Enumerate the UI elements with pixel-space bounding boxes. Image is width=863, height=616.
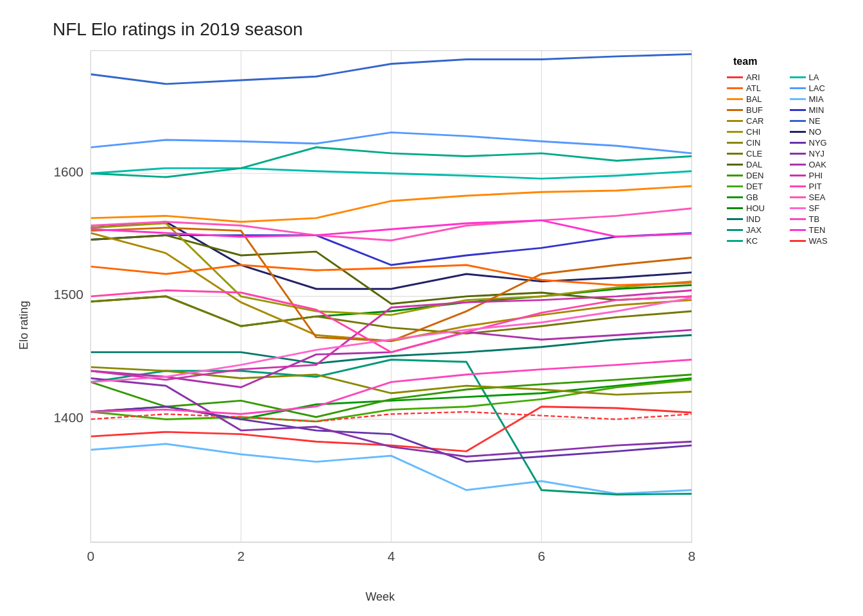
svg-text:0: 0	[87, 549, 95, 563]
legend-label-nyg: NYG	[809, 138, 827, 148]
legend-label-cin: CIN	[746, 138, 760, 148]
legend-col-left: ARI ATL BAL BUF	[727, 73, 787, 247]
legend-label-no: NO	[809, 127, 822, 137]
legend-item-mia: MIA	[790, 94, 850, 104]
legend-label-mia: MIA	[809, 94, 824, 104]
plot-area: 1600 1500 1400 0 2 4 6 8	[46, 43, 714, 565]
legend-line-kc	[727, 240, 743, 242]
legend-label-nyj: NYJ	[809, 149, 825, 158]
legend-item-ne: NE	[790, 116, 850, 126]
x-axis-label: Week	[46, 590, 714, 607]
legend-label-gb: GB	[746, 193, 758, 202]
legend-item-sea: SEA	[790, 193, 850, 202]
chart-title: NFL Elo ratings in 2019 season	[53, 19, 849, 40]
legend-label-car: CAR	[746, 116, 763, 126]
legend-line-jax	[727, 229, 743, 231]
legend-line-den	[727, 175, 743, 176]
legend-item-bal: BAL	[727, 94, 787, 104]
legend-line-lac	[790, 87, 806, 89]
legend-label-jax: JAX	[746, 225, 762, 235]
legend-line-gb	[727, 196, 743, 198]
legend-item-no: NO	[790, 127, 850, 137]
legend-item-buf: BUF	[727, 105, 787, 115]
legend-item-dal: DAL	[727, 160, 787, 169]
legend-item-atl: ATL	[727, 83, 787, 93]
legend-label-la: LA	[809, 73, 819, 82]
legend-item-chi: CHI	[727, 127, 787, 137]
legend-label-sf: SF	[809, 203, 820, 213]
legend-line-atl	[727, 87, 743, 89]
legend-label-tb: TB	[809, 214, 820, 224]
legend-label-pit: PIT	[809, 182, 822, 191]
legend-label-det: DET	[746, 182, 763, 191]
legend-line-dal	[727, 164, 743, 166]
legend-item-oak: OAK	[790, 160, 850, 169]
legend-line-chi	[727, 131, 743, 133]
legend-label-bal: BAL	[746, 94, 762, 104]
legend-item-nyg: NYG	[790, 138, 850, 148]
legend-label-ne: NE	[809, 116, 821, 126]
legend-line-pit	[790, 185, 806, 187]
legend-item-nyj: NYJ	[790, 149, 850, 158]
svg-text:1500: 1500	[54, 287, 83, 302]
legend-item-sf: SF	[790, 203, 850, 213]
legend-line-cin	[727, 142, 743, 144]
legend-label-cle: CLE	[746, 149, 762, 158]
svg-text:4: 4	[388, 549, 396, 563]
legend-item-jax: JAX	[727, 225, 787, 235]
legend-line-phi	[790, 175, 806, 176]
legend-item-phi: PHI	[790, 171, 850, 180]
legend-area: team ARI ATL BAL	[720, 43, 849, 607]
legend-label-lac: LAC	[809, 83, 825, 93]
legend-item-car: CAR	[727, 116, 787, 126]
legend-item-den: DEN	[727, 171, 787, 180]
legend-line-buf	[727, 109, 743, 111]
legend-item-was: WAS	[790, 236, 850, 246]
legend-item-la: LA	[790, 73, 850, 82]
legend-label-ind: IND	[746, 214, 760, 224]
legend-line-nyg	[790, 142, 806, 144]
legend-line-ten	[790, 229, 806, 231]
legend-label-ten: TEN	[809, 225, 826, 235]
svg-text:6: 6	[538, 549, 546, 563]
legend-label-ari: ARI	[746, 73, 760, 82]
legend-label-dal: DAL	[746, 160, 762, 169]
legend-label-hou: HOU	[746, 203, 765, 213]
legend-line-no	[790, 131, 806, 133]
legend-line-ari	[727, 76, 743, 78]
chart-svg: 1600 1500 1400 0 2 4 6 8	[46, 43, 714, 565]
legend-label-phi: PHI	[809, 171, 823, 180]
legend-item-gb: GB	[727, 193, 787, 202]
legend-item-min: MIN	[790, 105, 850, 115]
y-axis-label: Elo rating	[14, 43, 33, 607]
legend-label-sea: SEA	[809, 193, 826, 202]
legend-item-cle: CLE	[727, 149, 787, 158]
legend-line-mia	[790, 98, 806, 100]
legend-item-tb: TB	[790, 214, 850, 224]
legend-item-hou: HOU	[727, 203, 787, 213]
legend-line-was	[790, 240, 806, 242]
legend-item-lac: LAC	[790, 83, 850, 93]
legend-line-ind	[727, 218, 743, 220]
legend-item-ten: TEN	[790, 225, 850, 235]
svg-text:1600: 1600	[54, 164, 83, 179]
legend-item-cin: CIN	[727, 138, 787, 148]
legend-item-kc: KC	[727, 236, 787, 246]
legend-line-det	[727, 185, 743, 187]
legend-label-oak: OAK	[809, 160, 826, 169]
legend-item-det: DET	[727, 182, 787, 191]
legend-line-min	[790, 109, 806, 111]
legend-line-car	[727, 120, 743, 122]
legend-item-pit: PIT	[790, 182, 850, 191]
legend-col-right: LA LAC MIA MIN	[790, 73, 850, 247]
svg-text:1400: 1400	[54, 410, 83, 425]
legend-item-ind: IND	[727, 214, 787, 224]
legend-line-oak	[790, 164, 806, 166]
legend-label-min: MIN	[809, 105, 824, 115]
legend-label-kc: KC	[746, 236, 758, 246]
legend-label-was: WAS	[809, 236, 828, 246]
svg-text:8: 8	[688, 549, 696, 563]
legend-line-sea	[790, 196, 806, 198]
legend-line-ne	[790, 120, 806, 122]
legend-line-hou	[727, 207, 743, 209]
